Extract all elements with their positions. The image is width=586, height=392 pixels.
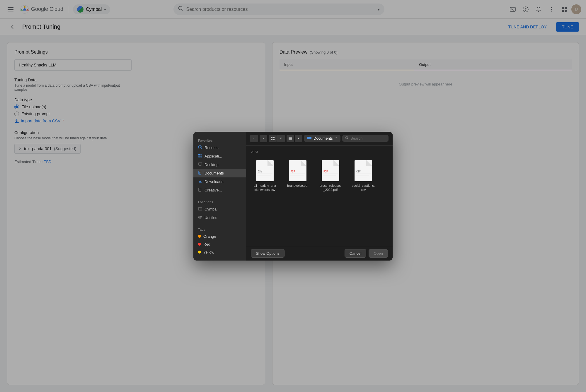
creative-icon [198, 188, 202, 193]
svg-rect-24 [200, 156, 202, 158]
sidebar-item-untitled[interactable]: Untitled [193, 213, 246, 222]
files-grid: CSV all_healthy_snacks-tweets.csv [251, 157, 388, 194]
untitled-location-icon [198, 215, 202, 220]
sidebar-tag-red[interactable]: Red [193, 240, 246, 248]
grid-view-dropdown[interactable]: ▾ [277, 135, 285, 142]
svg-point-37 [198, 216, 202, 218]
recents-icon [198, 145, 202, 150]
tags-label: Tags [193, 225, 246, 232]
csv2-icon-wrapper: CSV [353, 159, 373, 182]
svg-rect-21 [198, 154, 200, 155]
view-list-group: ▾ [287, 135, 302, 142]
svg-rect-22 [200, 154, 202, 155]
file-item-csv2[interactable]: CSV social_captions.csv [349, 157, 377, 194]
locations-label: Locations [193, 198, 246, 205]
red-tag-dot [198, 243, 201, 246]
svg-text:PDF: PDF [291, 170, 295, 173]
yellow-tag-dot [198, 251, 201, 254]
creative-label: Creative... [205, 188, 222, 192]
cancel-button[interactable]: Cancel [345, 249, 366, 258]
sidebar-tag-orange[interactable]: Orange [193, 232, 246, 240]
orange-tag-dot [198, 235, 201, 238]
pdf1-icon: PDF [289, 160, 306, 181]
folder-group-2023: 2023 [251, 150, 388, 154]
svg-line-47 [347, 138, 348, 139]
sidebar-item-desktop[interactable]: Desktop [193, 160, 246, 169]
svg-text:PDF: PDF [323, 170, 328, 173]
file-open-dialog: Favorites Recents Applicati... Desktop [193, 132, 393, 261]
csv2-filename: social_captions.csv [352, 184, 375, 192]
red-tag-label: Red [203, 242, 210, 247]
pdf2-icon: PDF [322, 160, 339, 181]
toolbar-forward-button[interactable]: › [260, 135, 267, 142]
sidebar-item-creative[interactable]: Creative... [193, 186, 246, 194]
untitled-location-label: Untitled [205, 215, 217, 220]
downloads-icon [198, 179, 202, 184]
documents-label: Documents [205, 171, 224, 175]
sidebar-item-cymbal[interactable]: Cymbal [193, 205, 246, 213]
svg-point-38 [200, 216, 201, 218]
file-item-csv1[interactable]: CSV all_healthy_snacks-tweets.csv [251, 157, 279, 194]
dialog-search-input[interactable] [350, 136, 386, 141]
view-grid-group: ▾ [269, 135, 285, 142]
yellow-tag-label: Yellow [203, 250, 214, 254]
desktop-label: Desktop [205, 162, 219, 167]
svg-rect-40 [273, 137, 275, 138]
svg-rect-23 [198, 156, 200, 158]
dialog-sidebar: Favorites Recents Applicati... Desktop [193, 132, 246, 261]
svg-text:CSV: CSV [356, 170, 361, 173]
pdf2-filename: press_releases_2022.pdf [319, 184, 342, 192]
applications-label: Applicati... [205, 154, 222, 158]
path-folder-icon [307, 136, 312, 141]
csv2-icon: CSV [355, 160, 372, 181]
svg-rect-41 [271, 139, 272, 140]
svg-text:CSV: CSV [258, 170, 262, 173]
sidebar-item-recents[interactable]: Recents [193, 143, 246, 152]
path-dropdown[interactable]: Documents ⌃ [304, 135, 340, 142]
dialog-footer: Show Options Cancel Open [246, 246, 393, 261]
svg-point-46 [345, 136, 348, 139]
svg-rect-42 [273, 139, 275, 140]
cymbal-location-label: Cymbal [205, 207, 217, 211]
desktop-icon [198, 162, 202, 167]
svg-rect-39 [271, 137, 272, 138]
downloads-label: Downloads [205, 179, 223, 184]
orange-tag-label: Orange [203, 234, 216, 239]
dialog-toolbar: ‹ › ▾ ▾ D [246, 132, 393, 145]
sidebar-item-documents[interactable]: Documents [193, 169, 246, 177]
dialog-main-area: ‹ › ▾ ▾ D [246, 132, 393, 261]
modal-overlay: Favorites Recents Applicati... Desktop [0, 0, 586, 392]
csv1-icon-wrapper: CSV [255, 159, 275, 182]
csv1-filename: all_healthy_snacks-tweets.csv [253, 184, 277, 192]
toolbar-back-button[interactable]: ‹ [250, 135, 258, 142]
svg-rect-25 [198, 163, 202, 165]
dialog-search-field[interactable] [342, 135, 389, 142]
grid-view-button[interactable] [269, 135, 277, 142]
current-path-label: Documents [314, 136, 333, 141]
dialog-search-icon [345, 136, 349, 141]
show-options-button[interactable]: Show Options [251, 249, 285, 258]
csv1-icon: CSV [256, 160, 274, 181]
favorites-label: Favorites [193, 136, 246, 143]
recents-label: Recents [205, 145, 219, 150]
dialog-content: 2023 CSV [246, 145, 393, 246]
pdf2-icon-wrapper: PDF [321, 159, 340, 182]
path-dropdown-arrow: ⌃ [335, 136, 338, 140]
pdf1-icon-wrapper: PDF [288, 159, 308, 182]
file-item-pdf2[interactable]: PDF press_releases_2022.pdf [316, 157, 345, 194]
sidebar-item-applications[interactable]: Applicati... [193, 152, 246, 160]
applications-icon [198, 154, 202, 159]
svg-rect-33 [199, 188, 201, 191]
pdf1-filename: brandvoice.pdf [287, 184, 308, 188]
sidebar-tag-yellow[interactable]: Yellow [193, 248, 246, 256]
list-view-dropdown[interactable]: ▾ [295, 135, 302, 142]
list-view-button[interactable] [287, 135, 294, 142]
open-button[interactable]: Open [369, 249, 388, 258]
file-item-pdf1[interactable]: PDF brandvoice.pdf [284, 157, 312, 194]
sidebar-item-downloads[interactable]: Downloads [193, 177, 246, 186]
cymbal-location-icon [198, 207, 202, 212]
documents-icon [198, 171, 202, 176]
